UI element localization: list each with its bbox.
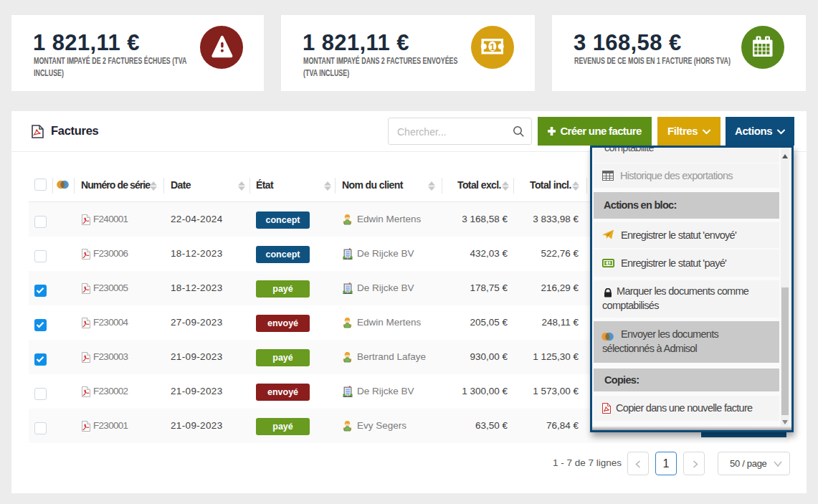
svg-text:1: 1: [490, 42, 495, 52]
